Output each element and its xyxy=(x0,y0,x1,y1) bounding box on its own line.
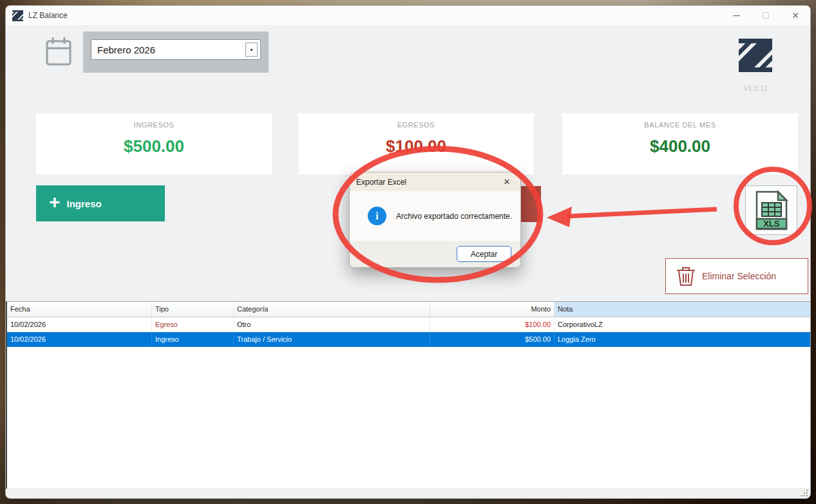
app-window: LZ Balance ✕ Febrero 2026 ▾ V1.0.11 I xyxy=(5,5,811,499)
cell-tipo: Ingreso xyxy=(152,332,234,346)
title-bar: LZ Balance ✕ xyxy=(6,6,810,25)
add-egreso-button-partial[interactable] xyxy=(520,186,541,222)
balance-card: BALANCE DEL MES $400.00 xyxy=(562,113,798,174)
cell-fecha: 10/02/2026 xyxy=(7,317,152,331)
export-xls-button[interactable]: XLS xyxy=(745,185,797,235)
ingresos-label: INGRESOS xyxy=(36,121,272,129)
lz-brand-logo xyxy=(739,37,772,73)
ingresos-value: $500.00 xyxy=(36,136,272,156)
month-selector-value: Febrero 2026 xyxy=(91,44,245,55)
table-row-selected[interactable]: 10/02/2026 Ingreso Trabajo / Servicio $5… xyxy=(7,332,811,347)
xls-file-icon: XLS xyxy=(753,190,790,231)
column-header-tipo[interactable]: Tipo xyxy=(152,302,234,317)
cell-nota: Loggia Zero xyxy=(555,332,811,346)
cell-nota: CorporativoLZ xyxy=(555,317,811,331)
cell-fecha: 10/02/2026 xyxy=(7,332,152,346)
maximize-button[interactable] xyxy=(751,6,781,25)
accept-button[interactable]: Aceptar xyxy=(457,246,511,262)
plus-icon: + xyxy=(49,194,61,210)
dialog-title-bar: Exportar Excel ✕ xyxy=(350,173,520,191)
dialog-close-icon[interactable]: ✕ xyxy=(500,177,514,187)
cell-monto: $100.00 xyxy=(430,317,555,331)
column-header-categoria[interactable]: Categoría xyxy=(234,302,430,317)
trash-icon xyxy=(676,265,696,287)
egresos-card: EGRESOS $100.00 xyxy=(298,113,534,174)
resize-grip[interactable] xyxy=(801,490,808,497)
app-logo-icon xyxy=(12,10,23,21)
calendar-icon xyxy=(46,36,71,67)
dialog-body: i Archivo exportado correctamente. xyxy=(350,191,520,241)
dialog-message: Archivo exportado correctamente. xyxy=(396,212,512,221)
month-picker-panel: Febrero 2026 ▾ xyxy=(83,32,269,73)
add-ingreso-button[interactable]: + Ingreso xyxy=(36,185,165,221)
balance-label: BALANCE DEL MES xyxy=(562,121,798,129)
balance-value: $400.00 xyxy=(562,136,798,156)
egresos-label: EGRESOS xyxy=(298,121,534,129)
close-button[interactable]: ✕ xyxy=(781,6,810,25)
cell-monto: $500.00 xyxy=(430,332,555,346)
egresos-value: $100.00 xyxy=(298,136,534,156)
info-icon: i xyxy=(368,207,386,225)
dialog-footer: Aceptar xyxy=(350,241,520,267)
export-excel-dialog: Exportar Excel ✕ i Archivo exportado cor… xyxy=(349,172,521,268)
chevron-down-icon[interactable]: ▾ xyxy=(245,42,258,57)
column-header-fecha[interactable]: Fecha xyxy=(7,302,152,317)
svg-text:XLS: XLS xyxy=(763,219,780,229)
minimize-button[interactable] xyxy=(721,6,751,25)
status-bar xyxy=(6,489,810,498)
delete-selection-button[interactable]: Eliminar Selección xyxy=(665,258,808,294)
dialog-title: Exportar Excel xyxy=(356,178,500,187)
version-label: V1.0.11 xyxy=(728,84,783,92)
column-header-monto[interactable]: Monto xyxy=(430,302,555,317)
ingreso-button-label: Ingreso xyxy=(67,198,102,209)
delete-button-label: Eliminar Selección xyxy=(702,271,776,281)
table-row[interactable]: 10/02/2026 Egreso Otro $100.00 Corporati… xyxy=(7,317,811,332)
cell-categoria: Trabajo / Servicio xyxy=(234,332,430,346)
transactions-table: Fecha Tipo Categoría Monto Nota 10/02/20… xyxy=(6,301,811,490)
window-title: LZ Balance xyxy=(28,11,68,20)
month-selector[interactable]: Febrero 2026 ▾ xyxy=(91,39,261,60)
cell-categoria: Otro xyxy=(234,317,430,331)
cell-tipo: Egreso xyxy=(152,317,234,331)
table-header: Fecha Tipo Categoría Monto Nota xyxy=(7,302,811,317)
ingresos-card: INGRESOS $500.00 xyxy=(36,113,272,174)
column-header-nota[interactable]: Nota xyxy=(555,302,811,317)
